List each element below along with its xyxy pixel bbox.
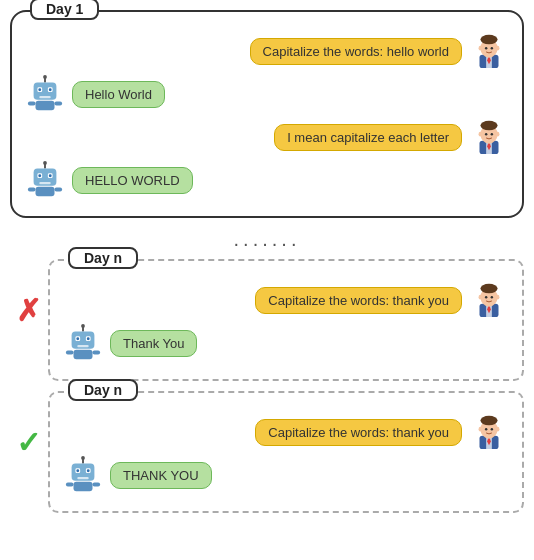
svg-point-28 (496, 132, 500, 137)
svg-rect-36 (39, 182, 50, 184)
svg-rect-79 (93, 483, 101, 487)
bubble-capitalize-hello: Capitalize the words: hello world (250, 38, 462, 65)
bubble-capitalize-thankyou-wrong: Capitalize the words: thank you (255, 287, 462, 314)
chat-row-user2: I mean capitalize each letter (26, 118, 508, 156)
bubble-thank-you-wrong: Thank You (110, 330, 197, 357)
svg-point-26 (491, 133, 493, 135)
bubble-hello-world: Hello World (72, 81, 165, 108)
svg-point-10 (43, 75, 47, 79)
svg-rect-57 (74, 350, 93, 360)
svg-rect-76 (77, 477, 88, 479)
chat-row-bot1: Hello World (26, 75, 508, 113)
chat-row-bot2: HELLO WORLD (26, 161, 508, 199)
svg-rect-59 (93, 351, 101, 355)
svg-rect-38 (28, 188, 36, 192)
svg-point-50 (81, 324, 85, 328)
svg-point-70 (81, 456, 85, 460)
avatar-bot2 (26, 161, 64, 199)
svg-point-45 (485, 296, 487, 298)
svg-point-75 (87, 469, 90, 472)
avatar-bot-wrong (64, 324, 102, 362)
svg-point-66 (491, 428, 493, 430)
avatar-user-wrong (470, 281, 508, 319)
dayn-correct-wrapper: ✓ Day n Capitalize the words: thank you (48, 391, 524, 513)
avatar-user-correct (470, 413, 508, 451)
svg-rect-17 (36, 101, 55, 111)
chat-row-wrong-bot1: Thank You (64, 324, 508, 362)
svg-rect-37 (36, 187, 55, 197)
bubble-mean-capitalize: I mean capitalize each letter (274, 124, 462, 151)
bubble-hello-world-caps: HELLO WORLD (72, 167, 193, 194)
bubble-capitalize-thankyou-correct: Capitalize the words: thank you (255, 419, 462, 446)
svg-rect-58 (66, 351, 74, 355)
avatar-user1 (470, 32, 508, 70)
main-container: Day 1 Capitalize the words: hello world (0, 0, 534, 560)
avatar-bot-correct (64, 456, 102, 494)
svg-point-35 (49, 174, 52, 177)
bubble-thank-you-correct: THANK YOU (110, 462, 212, 489)
svg-point-44 (480, 284, 497, 294)
svg-point-30 (43, 161, 47, 165)
svg-point-14 (38, 88, 41, 91)
chat-row-wrong-user1: Capitalize the words: thank you (64, 281, 508, 319)
svg-point-68 (496, 427, 500, 432)
day1-label: Day 1 (30, 0, 99, 20)
svg-rect-56 (77, 345, 88, 347)
svg-rect-19 (55, 102, 63, 106)
svg-point-15 (49, 88, 52, 91)
svg-rect-18 (28, 102, 36, 106)
dayn-correct-label: Day n (68, 379, 138, 401)
svg-point-8 (496, 46, 500, 51)
chat-row-user1: Capitalize the words: hello world (26, 32, 508, 70)
svg-point-65 (485, 428, 487, 430)
svg-point-46 (491, 296, 493, 298)
svg-rect-78 (66, 483, 74, 487)
chat-row-correct-bot1: THANK YOU (64, 456, 508, 494)
chat-row-correct-user1: Capitalize the words: thank you (64, 413, 508, 451)
svg-point-7 (479, 46, 483, 51)
svg-point-54 (76, 337, 79, 340)
check-mark: ✓ (16, 425, 41, 460)
dayn-wrong-wrapper: ✗ Day n Capitalize the words: thank you (48, 259, 524, 381)
svg-point-55 (87, 337, 90, 340)
svg-rect-16 (39, 96, 50, 98)
svg-point-27 (479, 132, 483, 137)
dayn-wrong-label: Day n (68, 247, 138, 269)
svg-point-6 (491, 47, 493, 49)
svg-rect-77 (74, 482, 93, 492)
svg-point-24 (480, 121, 497, 131)
svg-point-74 (76, 469, 79, 472)
svg-point-48 (496, 295, 500, 300)
dayn-wrong-box: Day n Capitalize the words: thank you (48, 259, 524, 381)
svg-point-64 (480, 416, 497, 426)
svg-point-25 (485, 133, 487, 135)
day1-box: Day 1 Capitalize the words: hello world (10, 10, 524, 218)
svg-point-47 (479, 295, 483, 300)
avatar-user2 (470, 118, 508, 156)
svg-point-5 (485, 47, 487, 49)
svg-point-34 (38, 174, 41, 177)
cross-mark: ✗ (16, 293, 41, 328)
svg-point-67 (479, 427, 483, 432)
svg-point-4 (480, 35, 497, 45)
dayn-correct-box: Day n Capitalize the words: thank you (48, 391, 524, 513)
svg-rect-39 (55, 188, 63, 192)
avatar-bot1 (26, 75, 64, 113)
